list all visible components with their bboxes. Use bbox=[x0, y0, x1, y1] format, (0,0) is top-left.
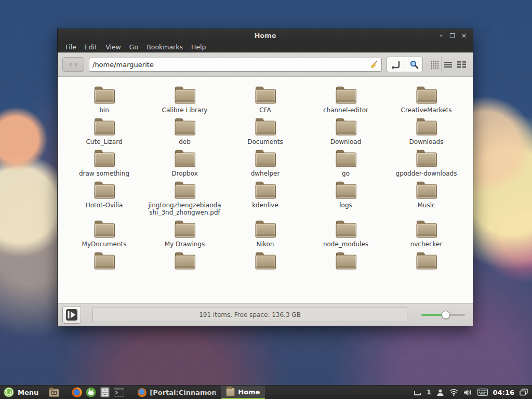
folder-label: go bbox=[342, 170, 350, 177]
folder-item[interactable]: jingtongzhengzebiaodashi_3nd_zhongwen.pd… bbox=[144, 177, 225, 216]
folder-item[interactable]: go bbox=[305, 145, 386, 177]
keyboard-applet-icon[interactable] bbox=[477, 389, 488, 396]
folder-icon bbox=[335, 85, 357, 105]
clock[interactable]: 04:16 bbox=[493, 389, 514, 396]
folder-label: MyDocuments bbox=[82, 241, 127, 248]
folder-item[interactable]: Nikon bbox=[225, 216, 305, 248]
folder-item[interactable]: draw something bbox=[64, 145, 144, 177]
clear-broom-icon[interactable] bbox=[370, 60, 378, 69]
menu-item[interactable]: Bookmarks bbox=[143, 43, 187, 51]
folder-label: Calibre Library bbox=[162, 107, 208, 114]
folder-label: node_modules bbox=[323, 241, 368, 248]
folder-item[interactable]: My Drawings bbox=[144, 216, 225, 248]
folder-item[interactable]: Cute_Lizard bbox=[64, 114, 144, 145]
folder-item[interactable]: channel-editor bbox=[305, 82, 386, 114]
file-cabinet-launcher-icon[interactable] bbox=[100, 387, 110, 397]
firefox-launcher-icon[interactable] bbox=[72, 387, 82, 397]
folder-label: CreativeMarkets bbox=[401, 107, 452, 114]
folder-item[interactable]: bin bbox=[64, 82, 144, 114]
toggle-location-entry-button[interactable] bbox=[387, 57, 405, 72]
folder-icon bbox=[174, 85, 196, 105]
volume-icon[interactable] bbox=[463, 389, 472, 396]
zoom-slider[interactable] bbox=[421, 311, 465, 319]
forward-icon[interactable]: › bbox=[74, 61, 77, 69]
folder-label: Music bbox=[417, 202, 435, 209]
folder-item[interactable]: CreativeMarkets bbox=[386, 82, 467, 114]
statusbar: 191 items, Free space: 136.3 GB bbox=[58, 303, 473, 326]
folder-item[interactable]: Dropbox bbox=[144, 145, 225, 177]
menu-item[interactable]: Help bbox=[188, 43, 210, 51]
menu-item[interactable]: File bbox=[62, 43, 80, 51]
compact-view-icon bbox=[457, 61, 466, 68]
folder-item[interactable]: dwhelper bbox=[225, 145, 305, 177]
window-list-button[interactable]: Home bbox=[221, 385, 265, 399]
workspace-switcher-icon[interactable] bbox=[520, 389, 528, 396]
folder-icon bbox=[335, 180, 357, 200]
menu-item[interactable]: Go bbox=[126, 43, 142, 51]
folder-item[interactable]: Hotot-Ovilia bbox=[64, 177, 144, 216]
location-input[interactable] bbox=[92, 61, 370, 69]
folder-item[interactable]: Calibre Library bbox=[144, 82, 225, 114]
folder-item[interactable] bbox=[386, 248, 467, 272]
file-grid[interactable]: bin Calibre Library CF bbox=[58, 77, 473, 303]
minimized-window-icon[interactable] bbox=[414, 389, 421, 396]
window-list-button[interactable]: [Portal:Cinnamon/S... bbox=[132, 385, 221, 399]
menu-item[interactable]: View bbox=[102, 43, 125, 51]
folder-item[interactable]: logs bbox=[305, 177, 386, 216]
location-bar[interactable] bbox=[89, 58, 382, 72]
files-launcher-icon[interactable] bbox=[49, 387, 59, 397]
folder-icon bbox=[415, 180, 438, 200]
folder-item[interactable]: deb bbox=[144, 114, 225, 145]
list-view-button[interactable] bbox=[441, 57, 455, 72]
titlebar[interactable]: Home – ❐ ✕ bbox=[58, 29, 473, 42]
folder-label: Cute_Lizard bbox=[86, 138, 122, 145]
search-icon bbox=[409, 59, 419, 70]
folder-icon bbox=[174, 180, 196, 200]
icon-view-button[interactable] bbox=[428, 57, 441, 72]
back-icon[interactable]: ‹ bbox=[69, 61, 72, 69]
folder-item[interactable] bbox=[64, 248, 144, 272]
folder-item[interactable]: Music bbox=[386, 177, 467, 216]
folder-item[interactable]: node_modules bbox=[305, 216, 386, 248]
folder-icon bbox=[254, 85, 277, 105]
folder-label: bin bbox=[99, 107, 109, 114]
folder-icon bbox=[254, 149, 277, 168]
folder-icon bbox=[335, 219, 357, 239]
folder-icon bbox=[93, 219, 116, 239]
folder-item[interactable]: nvchecker bbox=[386, 216, 467, 248]
close-button[interactable]: ✕ bbox=[459, 31, 469, 41]
zoom-slider-thumb[interactable] bbox=[442, 311, 450, 319]
minimize-button[interactable]: – bbox=[436, 31, 446, 41]
history-nav-group[interactable]: ‹ › bbox=[62, 57, 84, 72]
network-wifi-icon[interactable] bbox=[449, 389, 458, 396]
menu-item[interactable]: Edit bbox=[81, 43, 101, 51]
folder-label: Downloads bbox=[409, 138, 444, 145]
compact-view-button[interactable] bbox=[455, 57, 468, 72]
menu-button[interactable]: Menu bbox=[0, 385, 44, 399]
folder-item[interactable] bbox=[225, 248, 305, 272]
folder-item[interactable]: Documents bbox=[225, 114, 305, 145]
amule-launcher-icon[interactable] bbox=[86, 387, 96, 397]
folder-icon bbox=[254, 117, 277, 137]
maximize-button[interactable]: ❐ bbox=[448, 31, 457, 41]
user-applet-icon[interactable] bbox=[436, 389, 444, 396]
folder-icon bbox=[93, 85, 116, 105]
folder-icon bbox=[93, 180, 116, 200]
folder-item[interactable]: Downloads bbox=[386, 114, 467, 145]
terminal-launcher-icon[interactable] bbox=[114, 387, 124, 397]
folder-icon bbox=[93, 117, 116, 137]
folder-item[interactable]: MyDocuments bbox=[64, 216, 144, 248]
folder-item[interactable]: Download bbox=[305, 114, 386, 145]
folder-item[interactable]: gpodder-downloads bbox=[386, 145, 467, 177]
folder-label: draw something bbox=[79, 170, 129, 177]
folder-icon bbox=[254, 219, 277, 239]
folder-item[interactable] bbox=[144, 248, 225, 272]
folder-item[interactable] bbox=[305, 248, 386, 272]
folder-item[interactable]: kdenlive bbox=[225, 177, 305, 216]
show-sidebar-icon bbox=[65, 309, 78, 321]
folder-item[interactable]: CFA bbox=[225, 82, 305, 114]
toggle-sidebar-button[interactable] bbox=[62, 306, 81, 324]
search-button[interactable] bbox=[405, 57, 422, 72]
window-label: Home bbox=[238, 388, 260, 396]
menubar: File Edit View Go Bookmarks Help bbox=[58, 42, 473, 52]
